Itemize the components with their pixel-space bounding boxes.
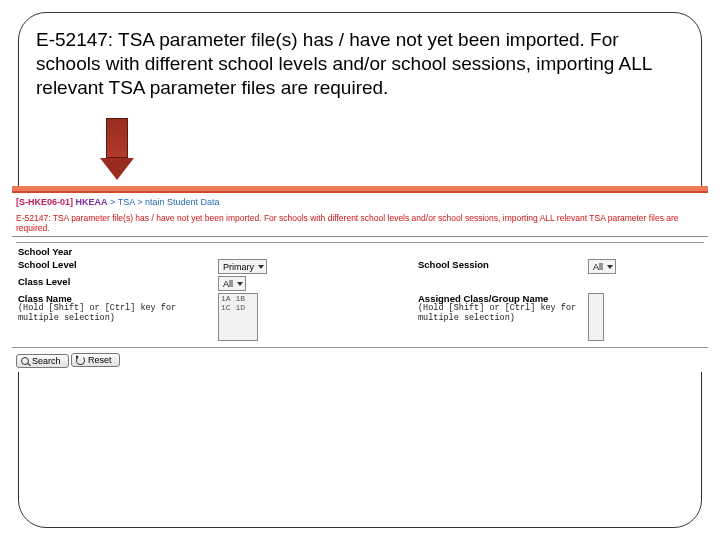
- hint-class-name: (Hold [Shift] or [Ctrl] key for multiple…: [18, 304, 218, 324]
- breadcrumb: [S-HKE06-01] HKEAA > TSA > ntain Student…: [12, 195, 708, 213]
- label-school-year: School Year: [16, 246, 218, 257]
- app-screenshot: [S-HKE06-01] HKEAA > TSA > ntain Student…: [12, 186, 708, 372]
- hint-assigned: (Hold [Shift] or [Ctrl] key for multiple…: [418, 304, 588, 324]
- search-button-label: Search: [32, 356, 61, 366]
- header-stripe: [12, 186, 708, 193]
- chevron-down-icon: [607, 265, 613, 269]
- assigned-listbox[interactable]: [588, 293, 604, 341]
- error-message: E-52147: TSA parameter file(s) has / hav…: [12, 213, 708, 237]
- screen-code: [S-HKE06-01]: [16, 197, 73, 207]
- chevron-down-icon: [237, 282, 243, 286]
- search-form: School Year School Level Primary School …: [12, 237, 708, 343]
- school-level-select[interactable]: Primary: [218, 259, 267, 274]
- section-head: [16, 241, 704, 243]
- school-level-value: Primary: [223, 262, 254, 272]
- chevron-down-icon: [258, 265, 264, 269]
- reset-button-label: Reset: [88, 355, 112, 365]
- label-school-session: School Session: [418, 259, 588, 270]
- class-name-listbox[interactable]: 1A 1B 1C 1D: [218, 293, 258, 341]
- class-level-select[interactable]: All: [218, 276, 246, 291]
- search-icon: [21, 357, 29, 365]
- button-row: Search Reset: [12, 347, 708, 372]
- reset-icon: [76, 356, 85, 365]
- breadcrumb-seg-3: ntain Student Data: [145, 197, 220, 207]
- reset-button[interactable]: Reset: [71, 353, 120, 367]
- label-school-level: School Level: [16, 259, 218, 270]
- school-session-select[interactable]: All: [588, 259, 616, 274]
- label-class-level: Class Level: [16, 276, 218, 287]
- callout-text: E-52147: TSA parameter file(s) has / hav…: [36, 28, 684, 99]
- breadcrumb-seg-1: HKEAA: [76, 197, 108, 207]
- search-button[interactable]: Search: [16, 354, 69, 368]
- class-level-value: All: [223, 279, 233, 289]
- breadcrumb-seg-2: TSA: [118, 197, 135, 207]
- school-session-value: All: [593, 262, 603, 272]
- down-arrow-icon: [100, 118, 134, 182]
